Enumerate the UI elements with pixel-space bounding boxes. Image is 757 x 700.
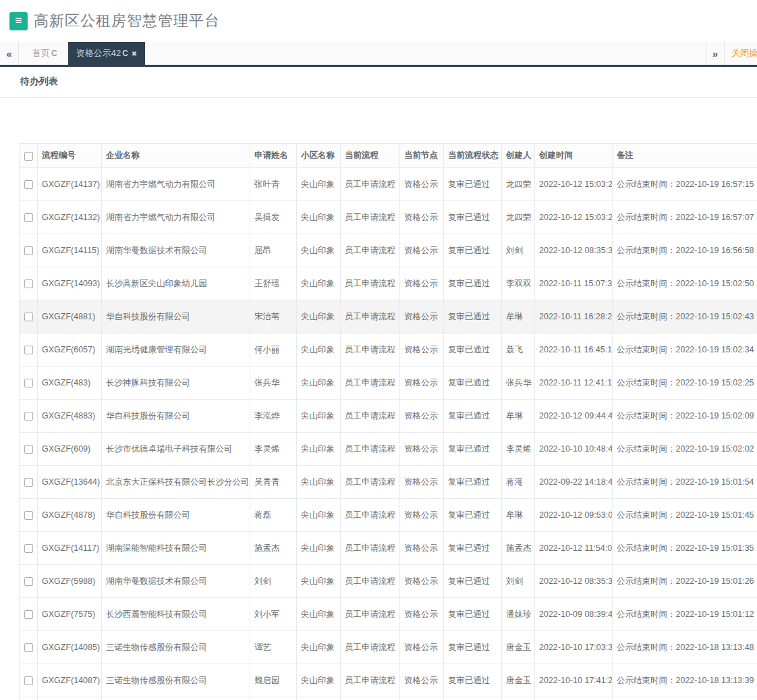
cell-current-node: 资格公示 xyxy=(400,300,444,333)
row-checkbox-cell xyxy=(20,267,38,300)
cell-created-time: 2022-10-10 17:41:23 xyxy=(535,664,613,697)
cell-current-process: 员工申请流程 xyxy=(341,565,400,598)
cell-current-process: 员工申请流程 xyxy=(341,664,400,697)
row-checkbox[interactable] xyxy=(24,577,33,586)
content-area: 待办列表 流程编号企业名称申请姓名小区名称当前流程当前节点当前流程状态创建人创建… xyxy=(0,67,757,700)
cell-applicant-name: 吴青青 xyxy=(250,466,297,499)
row-checkbox-cell xyxy=(20,300,38,333)
cell-current-node: 资格公示 xyxy=(400,168,444,201)
cell-created-time: 2022-10-09 08:39:48 xyxy=(535,598,613,631)
table-row: GXGZF(14093) 长沙高新区尖山印象幼儿园 王舒瑶 尖山印象 员工申请流… xyxy=(20,267,757,300)
cell-creator: 刘剑 xyxy=(502,234,535,267)
cell-company-name: 长沙市优德卓瑞电子科技有限公司 xyxy=(102,433,250,466)
row-checkbox[interactable] xyxy=(24,213,33,222)
cell-process-status: 复审已通过 xyxy=(444,300,502,333)
cell-company-name: 湖南华曼数据技术有限公司 xyxy=(102,565,250,598)
cell-created-time: 2022-10-12 08:35:38 xyxy=(535,565,613,598)
cell-created-time: 2022-10-11 16:45:10 xyxy=(535,333,613,367)
row-checkbox[interactable] xyxy=(24,180,33,189)
cell-process-code: GXGZF(609) xyxy=(38,433,102,466)
cell-process-code: GXGZF(4878) xyxy=(38,499,102,532)
cell-company-name: 湖南省力宇燃气动力有限公司 xyxy=(102,168,250,201)
cell-creator: 牟琳 xyxy=(502,300,535,333)
row-checkbox[interactable] xyxy=(24,412,33,421)
tabs-scroll-right-button[interactable]: » xyxy=(706,42,725,65)
refresh-icon[interactable]: C xyxy=(122,49,128,58)
refresh-icon[interactable]: C xyxy=(51,49,57,58)
row-checkbox-cell xyxy=(20,400,38,433)
row-checkbox[interactable] xyxy=(24,445,33,454)
cell-current-node: 资格公示 xyxy=(400,631,444,664)
cell-process-status: 复审已通过 xyxy=(444,267,502,300)
cell-company-name: 长沙神豚科技有限公司 xyxy=(102,367,250,400)
close-icon[interactable]: ✖ xyxy=(132,50,137,57)
tab-home[interactable]: 首页 C xyxy=(24,42,65,65)
cell-process-status: 复审已通过 xyxy=(444,598,502,631)
cell-created-time: 2022-10-12 15:03:25 xyxy=(535,201,613,234)
column-header: 流程编号 xyxy=(38,144,102,168)
row-checkbox-cell xyxy=(20,598,38,631)
cell-process-code: GXGZF(483) xyxy=(38,367,102,400)
cell-community-name: 尖山印象 xyxy=(297,400,341,433)
table-row: GXGZF(7575) 长沙西麓智能科技有限公司 刘小军 尖山印象 员工申请流程… xyxy=(20,598,757,631)
table-row: GXGZF(483) 长沙神豚科技有限公司 张兵华 尖山印象 员工申请流程 资格… xyxy=(20,367,757,400)
row-checkbox[interactable] xyxy=(24,478,33,487)
cell-current-node: 资格公示 xyxy=(400,598,444,631)
tabs-scroll-left-button[interactable]: « xyxy=(0,42,19,65)
cell-creator: 李双双 xyxy=(502,267,535,300)
select-all-checkbox[interactable] xyxy=(24,152,33,161)
table-row: GXGZF(6057) 湖南光琇健康管理有限公司 何小丽 尖山印象 员工申请流程… xyxy=(20,333,757,367)
cell-current-process: 员工申请流程 xyxy=(341,367,400,400)
cell-created-time: 2022-10-12 11:54:04 xyxy=(535,532,613,565)
cell-remark: 公示结束时间：2022-10-19 15:02:25 xyxy=(613,367,757,400)
row-checkbox[interactable] xyxy=(24,279,33,288)
row-checkbox-cell xyxy=(20,466,38,499)
cell-company-name: 湖南省力宇燃气动力有限公司 xyxy=(102,201,250,234)
cell-current-process: 员工申请流程 xyxy=(341,499,400,532)
row-checkbox[interactable] xyxy=(24,246,33,255)
cell-creator: 唐金玉 xyxy=(502,664,535,697)
cell-company-name: 三诺生物传感股份有限公司 xyxy=(102,664,250,697)
row-checkbox[interactable] xyxy=(24,544,33,553)
cell-process-status: 复审已通过 xyxy=(444,367,502,400)
tab-home-label: 首页 xyxy=(32,47,50,59)
table-row: GXGZF(14115) 湖南华曼数据技术有限公司 屈昂 尖山印象 员工申请流程… xyxy=(20,234,757,267)
cell-remark: 公示结束时间：2022-10-19 15:02:02 xyxy=(613,433,757,466)
cell-process-status: 复审已通过 xyxy=(444,466,502,499)
table-row: GXGZF(14087) 三诺生物传感股份有限公司 魏启园 尖山印象 员工申请流… xyxy=(20,664,757,697)
table-row: GXGZF(14132) 湖南省力宇燃气动力有限公司 吴揖发 尖山印象 员工申请… xyxy=(20,201,757,234)
cell-remark: 公示结束时间：2022-10-19 15:01:54 xyxy=(613,466,757,499)
cell-applicant-name: 刘小军 xyxy=(250,598,297,631)
column-header: 创建时间 xyxy=(535,144,613,168)
cell-current-process: 员工申请流程 xyxy=(341,168,400,201)
column-header: 企业名称 xyxy=(102,144,250,168)
menu-toggle-button[interactable]: ≡ xyxy=(9,12,28,30)
tab-qualification-publicity[interactable]: 资格公示42 C ✖ xyxy=(68,42,146,65)
cell-current-node: 资格公示 xyxy=(400,499,444,532)
cell-community-name: 尖山印象 xyxy=(297,532,341,565)
row-checkbox-cell xyxy=(20,333,38,367)
row-checkbox[interactable] xyxy=(24,346,33,354)
row-checkbox-cell xyxy=(20,664,38,697)
cell-community-name: 尖山印象 xyxy=(297,565,341,598)
cell-current-node: 资格公示 xyxy=(400,664,444,697)
row-checkbox[interactable] xyxy=(24,676,33,685)
row-checkbox[interactable] xyxy=(24,610,33,619)
cell-current-node: 资格公示 xyxy=(400,433,444,466)
cell-process-code: GXGZF(14093) xyxy=(38,267,102,300)
cell-creator: 聂飞 xyxy=(502,333,535,367)
cell-remark: 公示结束时间：2022-10-18 13:13:39 xyxy=(613,664,757,697)
cell-process-status: 复审已通过 xyxy=(444,400,502,433)
cell-applicant-name: 吴揖发 xyxy=(250,201,297,234)
row-checkbox[interactable] xyxy=(24,379,33,387)
todo-table: 流程编号企业名称申请姓名小区名称当前流程当前节点当前流程状态创建人创建时间备注 … xyxy=(19,143,757,700)
row-checkbox[interactable] xyxy=(24,643,33,652)
cell-created-time: 2022-10-12 08:35:38 xyxy=(535,234,613,267)
row-checkbox-cell xyxy=(20,367,38,400)
close-operations-button[interactable]: 关闭操作 xyxy=(725,42,757,65)
row-checkbox[interactable] xyxy=(24,313,33,321)
row-checkbox-cell xyxy=(20,234,38,267)
row-checkbox[interactable] xyxy=(24,511,33,520)
cell-process-status: 复审已通过 xyxy=(444,631,502,664)
cell-community-name: 尖山印象 xyxy=(297,499,341,532)
